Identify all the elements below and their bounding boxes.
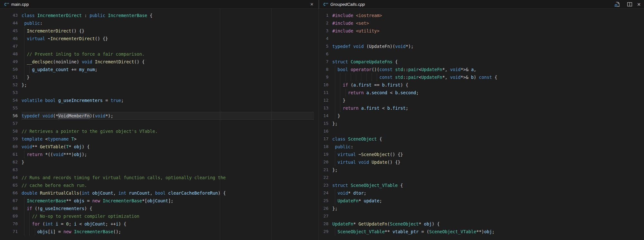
line-number[interactable]: 64	[0, 174, 18, 181]
code-line-4[interactable]: 4	[319, 35, 644, 42]
line-number[interactable]: 17	[319, 135, 328, 143]
line-number[interactable]: 62	[0, 158, 18, 166]
line-number[interactable]: 66	[0, 189, 18, 197]
code-line-43[interactable]: 43class IncrementerDirect : public Incre…	[0, 12, 318, 19]
code-line-29[interactable]: 29 SceneObject_VTable** vtable_ptr = (Sc…	[319, 228, 644, 235]
line-number[interactable]: 27	[319, 212, 328, 220]
close-tab-icon[interactable]: ✕	[309, 0, 315, 9]
code-line-10[interactable]: 10 if (a.first == b.first) {	[319, 81, 644, 89]
split-editor-icon[interactable]	[627, 2, 632, 7]
code-line-63[interactable]: 63	[0, 166, 318, 174]
code-line-23[interactable]: 23struct SceneObject_VTable {	[319, 181, 644, 189]
code-line-67[interactable]: 67 IncrementerBase** objs = new Incremen…	[0, 197, 318, 205]
code-line-22[interactable]: 22	[319, 174, 644, 181]
code-line-48[interactable]: 48 // Prevent inling to force a fair com…	[0, 50, 318, 58]
line-number[interactable]: 24	[319, 189, 328, 197]
tab-groupedcalls-cpp[interactable]: C ++ GroupedCalls.cpp	[319, 0, 644, 8]
line-number[interactable]: 55	[0, 104, 18, 112]
code-line-60[interactable]: 60void** GetVTable(T* obj) {	[0, 143, 318, 151]
code-line-53[interactable]: 53	[0, 89, 318, 97]
code-line-7[interactable]: 7struct CompareUpdateFns {	[319, 58, 644, 66]
code-line-66[interactable]: 66double RunVirtualCalls(int objCount, i…	[0, 189, 318, 197]
line-number[interactable]: 43	[0, 12, 18, 19]
line-number[interactable]: 71	[0, 228, 18, 235]
line-number[interactable]: 18	[319, 143, 328, 151]
code-editor-groupedcalls-cpp[interactable]: 1#include <iostream>2#include <set>3#inc…	[319, 9, 644, 240]
code-line-14[interactable]: 14 }	[319, 112, 644, 120]
code-line-61[interactable]: 61 return *((void***)obj);	[0, 151, 318, 158]
line-number[interactable]: 44	[0, 19, 18, 27]
code-line-20[interactable]: 20 virtual void Update() {}	[319, 158, 644, 166]
line-number[interactable]: 60	[0, 143, 18, 151]
code-line-46[interactable]: 46 virtual ~IncrementerDirect() {}	[0, 35, 318, 42]
line-number[interactable]: 16	[319, 127, 328, 135]
code-line-2[interactable]: 2#include <set>	[319, 19, 644, 27]
code-line-12[interactable]: 12 }	[319, 97, 644, 104]
line-number[interactable]: 28	[319, 220, 328, 228]
close-editor-icon[interactable]: ✕	[637, 0, 641, 9]
line-number[interactable]: 7	[319, 58, 328, 66]
line-number[interactable]: 5	[319, 42, 328, 50]
line-number[interactable]: 6	[319, 50, 328, 58]
line-number[interactable]: 48	[0, 50, 18, 58]
code-line-59[interactable]: 59template <typename T>	[0, 135, 318, 143]
line-number[interactable]: 51	[0, 73, 18, 81]
code-line-27[interactable]: 27	[319, 212, 644, 220]
line-number[interactable]: 23	[319, 181, 328, 189]
line-number[interactable]: 1	[319, 12, 328, 19]
line-number[interactable]: 9	[319, 73, 328, 81]
code-line-21[interactable]: 21};	[319, 166, 644, 174]
code-line-6[interactable]: 6	[319, 50, 644, 58]
code-line-56[interactable]: 56typedef void(*VoidMemberFn)(void*);	[0, 112, 318, 120]
line-number[interactable]: 3	[319, 27, 328, 35]
line-number[interactable]: 21	[319, 166, 328, 174]
line-number[interactable]: 26	[319, 205, 328, 212]
line-number[interactable]: 67	[0, 197, 18, 205]
code-line-57[interactable]: 57	[0, 120, 318, 127]
code-line-65[interactable]: 65// cache before each run.	[0, 181, 318, 189]
line-number[interactable]: 4	[319, 35, 328, 42]
code-line-11[interactable]: 11 return a.second < b.second;	[319, 89, 644, 97]
line-number[interactable]: 25	[319, 197, 328, 205]
line-number[interactable]: 2	[319, 19, 328, 27]
line-number[interactable]: 46	[0, 35, 18, 42]
code-line-26[interactable]: 26};	[319, 205, 644, 212]
line-number[interactable]: 54	[0, 97, 18, 104]
code-line-64[interactable]: 64// Runs and records timing for virtual…	[0, 174, 318, 181]
code-line-69[interactable]: 69 // No-op to prevent compiler optimiza…	[0, 212, 318, 220]
line-number[interactable]: 52	[0, 81, 18, 89]
line-number[interactable]: 8	[319, 66, 328, 73]
line-number[interactable]: 61	[0, 151, 18, 158]
code-line-62[interactable]: 62}	[0, 158, 318, 166]
code-line-15[interactable]: 15};	[319, 120, 644, 127]
code-line-50[interactable]: 50 g_update_count += my_num;	[0, 66, 318, 73]
line-number[interactable]: 22	[319, 174, 328, 181]
line-number[interactable]: 68	[0, 205, 18, 212]
code-line-47[interactable]: 47	[0, 42, 318, 50]
line-number[interactable]: 50	[0, 66, 18, 73]
line-number[interactable]: 63	[0, 166, 18, 174]
code-line-1[interactable]: 1#include <iostream>	[319, 12, 644, 19]
line-number[interactable]: 47	[0, 42, 18, 50]
line-number[interactable]: 19	[319, 151, 328, 158]
line-number[interactable]: 65	[0, 181, 18, 189]
line-number[interactable]: 56	[0, 112, 18, 120]
line-number[interactable]: 59	[0, 135, 18, 143]
code-line-54[interactable]: 54volatile bool g_useIncrementers = true…	[0, 97, 318, 104]
code-line-25[interactable]: 25 UpdateFn* update;	[319, 197, 644, 205]
code-editor-main-cpp[interactable]: 43class IncrementerDirect : public Incre…	[0, 9, 318, 240]
line-number[interactable]: 70	[0, 220, 18, 228]
line-number[interactable]: 29	[319, 228, 328, 235]
code-line-16[interactable]: 16	[319, 127, 644, 135]
code-line-71[interactable]: 71 objs[i] = new IncrementerBase();	[0, 228, 318, 235]
line-number[interactable]: 11	[319, 89, 328, 97]
line-number[interactable]: 49	[0, 58, 18, 66]
line-number[interactable]: 15	[319, 120, 328, 127]
code-line-68[interactable]: 68 if (!g_useIncrementers) {	[0, 205, 318, 212]
find-preview-icon[interactable]	[614, 2, 620, 7]
code-line-18[interactable]: 18 public:	[319, 143, 644, 151]
code-line-13[interactable]: 13 return a.first < b.first;	[319, 104, 644, 112]
code-line-49[interactable]: 49 __declspec(noinline) void IncrementDi…	[0, 58, 318, 66]
code-line-44[interactable]: 44 public:	[0, 19, 318, 27]
line-number[interactable]: 14	[319, 112, 328, 120]
